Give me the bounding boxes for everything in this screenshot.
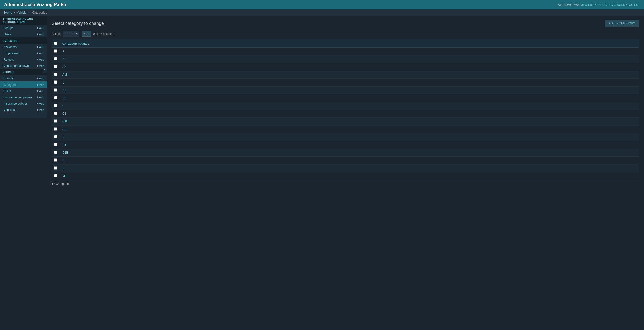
category-name-link[interactable]: A xyxy=(62,50,64,53)
row-checkbox-cell[interactable] xyxy=(52,172,60,180)
sidebar-item-fuels[interactable]: Fuels + Add xyxy=(0,88,47,94)
category-name-link[interactable]: D xyxy=(62,135,65,139)
row-category-name[interactable]: C1E xyxy=(60,118,639,126)
sidebar-item-users[interactable]: Users + Add xyxy=(0,31,47,37)
row-checkbox[interactable] xyxy=(54,174,57,177)
breadcrumb-vehicle[interactable]: Vehicle xyxy=(17,11,27,14)
row-checkbox-cell[interactable] xyxy=(52,87,60,94)
sidebar-fuels-add[interactable]: + Add xyxy=(37,89,44,93)
sidebar-item-vehicles[interactable]: Vehicles + Add xyxy=(0,107,47,113)
row-checkbox[interactable] xyxy=(54,135,57,138)
row-checkbox[interactable] xyxy=(54,112,57,115)
row-checkbox-cell[interactable] xyxy=(52,164,60,172)
row-checkbox[interactable] xyxy=(54,96,57,99)
sidebar-vehicles-add[interactable]: + Add xyxy=(37,108,44,112)
category-name-link[interactable]: F xyxy=(62,167,64,170)
sidebar-ins-companies-add[interactable]: + Add xyxy=(37,95,44,99)
row-checkbox-cell[interactable] xyxy=(52,48,60,55)
row-category-name[interactable]: AM xyxy=(60,71,639,79)
sidebar-collapse-button[interactable]: « xyxy=(43,66,47,73)
row-checkbox-cell[interactable] xyxy=(52,55,60,63)
sort-icon[interactable]: ▲ xyxy=(87,42,90,45)
row-category-name[interactable]: A xyxy=(60,48,639,55)
sidebar-users-add[interactable]: + Add xyxy=(37,32,44,36)
log-out-link[interactable]: LOG OUT xyxy=(627,3,640,6)
category-name-link[interactable]: B1 xyxy=(62,89,66,92)
row-checkbox-cell[interactable] xyxy=(52,133,60,141)
row-category-name[interactable]: A2 xyxy=(60,63,639,71)
row-checkbox[interactable] xyxy=(54,57,57,60)
row-category-name[interactable]: B1 xyxy=(60,87,639,94)
row-checkbox-cell[interactable] xyxy=(52,79,60,87)
change-password-link[interactable]: CHANGE PASSWORD xyxy=(597,3,625,6)
row-checkbox[interactable] xyxy=(54,166,57,170)
category-name-link[interactable]: M xyxy=(62,174,65,178)
category-name-link[interactable]: C1 xyxy=(62,112,66,115)
sidebar-item-accidents[interactable]: Accidents + Add xyxy=(0,44,47,50)
row-category-name[interactable]: F xyxy=(60,164,639,172)
category-name-link[interactable]: A2 xyxy=(62,65,66,69)
sidebar-item-groups[interactable]: Groups + Add xyxy=(0,25,47,31)
row-checkbox[interactable] xyxy=(54,127,57,131)
row-category-name[interactable]: BE xyxy=(60,94,639,102)
sidebar-refuels-add[interactable]: + Add xyxy=(37,58,44,61)
sidebar-item-refuels[interactable]: Refuels + Add xyxy=(0,56,47,63)
table-select-all-col[interactable] xyxy=(52,39,60,48)
category-name-link[interactable]: AM xyxy=(62,73,67,76)
row-checkbox-cell[interactable] xyxy=(52,126,60,133)
action-select[interactable]: -------- xyxy=(63,31,79,37)
sidebar-item-brands[interactable]: Brands + Add xyxy=(0,75,47,81)
category-name-link[interactable]: BE xyxy=(62,96,66,100)
sidebar-brands-add[interactable]: + Add xyxy=(37,76,44,80)
row-checkbox-cell[interactable] xyxy=(52,71,60,79)
row-checkbox-cell[interactable] xyxy=(52,118,60,126)
category-name-link[interactable]: D1E xyxy=(62,151,68,154)
row-checkbox-cell[interactable] xyxy=(52,157,60,164)
row-category-name[interactable]: B xyxy=(60,79,639,87)
add-category-button[interactable]: + ADD CATEGORY xyxy=(605,20,639,27)
row-checkbox[interactable] xyxy=(54,88,57,92)
category-name-link[interactable]: C1E xyxy=(62,120,68,123)
row-checkbox-cell[interactable] xyxy=(52,94,60,102)
sidebar-ins-policies-add[interactable]: + Add xyxy=(37,102,44,105)
sidebar-categories-add[interactable]: + Add xyxy=(37,83,44,87)
go-button[interactable]: Go xyxy=(82,31,91,37)
row-category-name[interactable]: D1 xyxy=(60,141,639,149)
sidebar-item-employees[interactable]: Employees + Add xyxy=(0,50,47,56)
row-checkbox[interactable] xyxy=(54,158,57,162)
sidebar-item-insurance-policies[interactable]: Insurance policies + Add xyxy=(0,100,47,107)
row-category-name[interactable]: C1 xyxy=(60,110,639,118)
row-checkbox[interactable] xyxy=(54,104,57,107)
select-all-checkbox[interactable] xyxy=(54,42,57,45)
row-category-name[interactable]: C xyxy=(60,102,639,110)
row-checkbox[interactable] xyxy=(54,143,57,146)
category-name-link[interactable]: D1 xyxy=(62,143,66,147)
row-category-name[interactable]: M xyxy=(60,172,639,180)
row-checkbox-cell[interactable] xyxy=(52,63,60,71)
row-category-name[interactable]: D xyxy=(60,133,639,141)
row-checkbox[interactable] xyxy=(54,65,57,68)
sidebar-groups-add[interactable]: + Add xyxy=(37,26,44,30)
row-category-name[interactable]: CE xyxy=(60,126,639,133)
row-category-name[interactable]: A1 xyxy=(60,55,639,63)
sidebar-item-insurance-companies[interactable]: Insurance companies + Add xyxy=(0,94,47,100)
row-checkbox-cell[interactable] xyxy=(52,102,60,110)
sidebar-employees-add[interactable]: + Add xyxy=(37,51,44,55)
row-checkbox[interactable] xyxy=(54,73,57,76)
sidebar-accidents-add[interactable]: + Add xyxy=(37,45,44,49)
category-name-link[interactable]: A1 xyxy=(62,57,66,61)
row-category-name[interactable]: DE xyxy=(60,157,639,164)
category-name-link[interactable]: CE xyxy=(62,128,67,131)
row-checkbox[interactable] xyxy=(54,49,57,53)
sidebar-item-vehicle-breakdowns[interactable]: Vehicle breakdowns + Add xyxy=(0,63,47,69)
row-category-name[interactable]: D1E xyxy=(60,149,639,157)
row-checkbox[interactable] xyxy=(54,119,57,123)
row-checkbox-cell[interactable] xyxy=(52,110,60,118)
row-checkbox-cell[interactable] xyxy=(52,141,60,149)
category-name-link[interactable]: C xyxy=(62,104,65,108)
row-checkbox-cell[interactable] xyxy=(52,149,60,157)
row-checkbox[interactable] xyxy=(54,80,57,84)
sidebar-item-categories[interactable]: Categories + Add xyxy=(0,81,47,88)
category-name-link[interactable]: B xyxy=(62,81,64,84)
breadcrumb-home[interactable]: Home xyxy=(4,11,12,14)
